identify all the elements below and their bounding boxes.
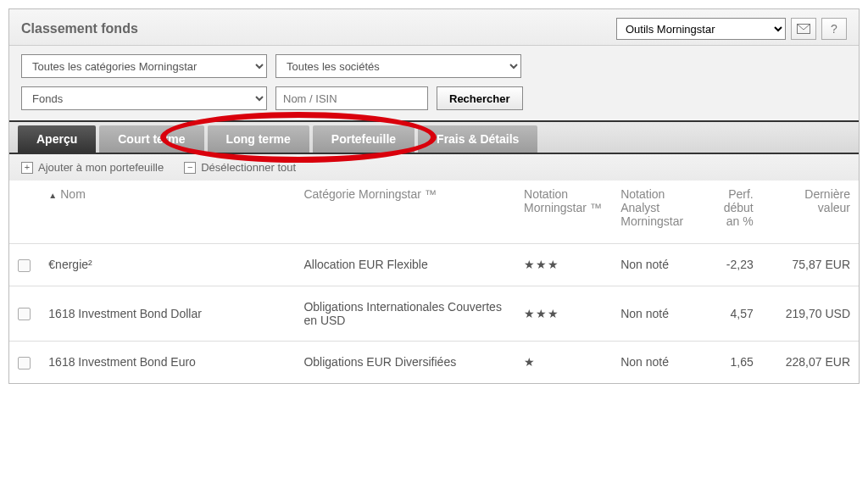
row-checkbox[interactable] [18,357,31,370]
fund-last: 75,87 EUR [762,244,859,286]
funds-table: ▲Nom Catégorie Morningstar ™ Notation Mo… [9,181,859,383]
table-row: 1618 Investment Bond Euro Obligations EU… [9,341,859,382]
col-category[interactable]: Catégorie Morningstar ™ [295,181,515,244]
company-select[interactable]: Toutes les sociétés [275,54,521,78]
col-perf[interactable]: Perf. début an % [700,181,762,244]
help-icon[interactable]: ? [821,18,847,40]
fund-category: Allocation EUR Flexible [295,244,515,286]
fund-name[interactable]: 1618 Investment Bond Dollar [40,286,295,341]
fund-ranking-panel: Classement fonds Outils Morningstar ? To… [8,8,860,384]
table-header-row: ▲Nom Catégorie Morningstar ™ Notation Mo… [9,181,859,244]
search-button[interactable]: Rechercher [437,86,523,110]
fund-analyst: Non noté [612,286,700,341]
fund-perf: 1,65 [700,341,762,382]
fund-stars: ★★★ [515,286,612,341]
sort-asc-icon: ▲ [48,191,57,200]
deselect-all-link[interactable]: − Désélectionner tout [184,161,296,174]
col-rating[interactable]: Notation Morningstar ™ [515,181,612,244]
fund-category: Obligations Internationales Couvertes en… [295,286,515,341]
deselect-all-label: Désélectionner tout [201,161,296,174]
fund-last: 228,07 EUR [762,341,859,382]
fund-name[interactable]: 1618 Investment Bond Euro [40,341,295,382]
tab-short-term[interactable]: Court terme [99,125,203,153]
filters-row-2: Fonds Rechercher [9,81,859,120]
type-select[interactable]: Fonds [21,86,267,110]
fund-stars: ★★★ [515,244,612,286]
row-checkbox[interactable] [18,259,31,272]
col-analyst[interactable]: Notation Analyst Morningstar [612,181,700,244]
fund-perf: -2,23 [700,244,762,286]
fund-perf: 4,57 [700,286,762,341]
page-title: Classement fonds [21,21,616,36]
fund-category: Obligations EUR Diversifiées [295,341,515,382]
table-row: 1618 Investment Bond Dollar Obligations … [9,286,859,341]
tabs: Aperçu Court terme Long terme Portefeuil… [9,120,859,154]
col-last[interactable]: Dernière valeur [762,181,859,244]
minus-icon: − [184,162,196,174]
fund-analyst: Non noté [612,341,700,382]
tab-long-term[interactable]: Long terme [208,125,309,153]
search-input[interactable] [275,86,428,110]
fund-name[interactable]: €nergie² [40,244,295,286]
add-to-portfolio-label: Ajouter à mon portefeuille [38,161,164,174]
filters-row-1: Toutes les catégories Morningstar Toutes… [9,46,859,81]
tools-select[interactable]: Outils Morningstar [616,18,786,40]
row-checkbox[interactable] [18,308,31,320]
header-row: Classement fonds Outils Morningstar ? [9,9,859,46]
col-name[interactable]: ▲Nom [40,181,295,244]
mail-icon[interactable] [791,18,816,40]
add-to-portfolio-link[interactable]: + Ajouter à mon portefeuille [21,161,164,174]
tab-portfolio[interactable]: Portefeuille [313,125,415,153]
fund-last: 219,70 USD [762,286,859,341]
fund-stars: ★ [515,341,612,382]
plus-icon: + [21,162,33,174]
tab-overview[interactable]: Aperçu [18,125,96,153]
table-row: €nergie² Allocation EUR Flexible ★★★ Non… [9,244,859,286]
tab-fees[interactable]: Frais & Détails [418,125,537,153]
actions-row: + Ajouter à mon portefeuille − Désélecti… [9,154,859,181]
fund-analyst: Non noté [612,244,700,286]
category-select[interactable]: Toutes les catégories Morningstar [21,54,267,78]
